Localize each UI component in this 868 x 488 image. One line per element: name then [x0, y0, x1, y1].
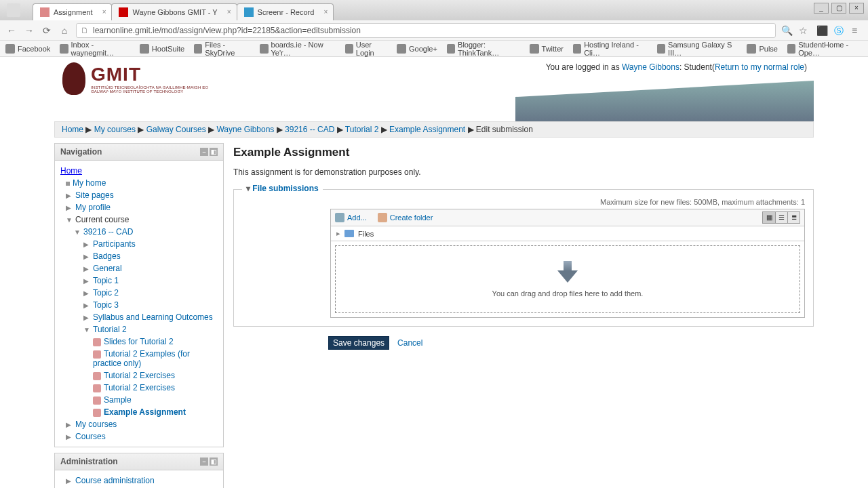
nav-tree-item[interactable]: Tutorial 2 Examples (for practice only) — [60, 348, 218, 369]
expand-icon[interactable]: ▶ — [83, 314, 90, 321]
nav-tree-item[interactable]: Example Assignment — [60, 406, 218, 418]
user-link[interactable]: Wayne Gibbons — [622, 62, 679, 72]
nav-tree-item[interactable]: My home — [60, 177, 218, 189]
nav-tree-item[interactable]: Tutorial 2 Exercises — [60, 369, 218, 382]
add-file-button[interactable]: Add... — [335, 213, 367, 222]
browser-tab-screenr[interactable]: Screenr - Record × — [237, 3, 334, 20]
forward-button[interactable]: → — [23, 24, 35, 37]
browser-tab-youtube[interactable]: Wayne Gibbons GMIT - Y × — [111, 3, 237, 20]
bookmark-item[interactable]: StudentHome - Ope… — [787, 41, 863, 57]
logo-text: GMIT — [91, 64, 208, 85]
collapse-icon[interactable]: – — [200, 148, 208, 156]
view-tree-button[interactable]: ≣ — [787, 212, 800, 223]
file-drop-zone[interactable]: You can drag and drop files here to add … — [335, 245, 800, 313]
nav-tree-item[interactable]: ▶Topic 2 — [60, 287, 218, 299]
profile-avatar-icon[interactable] — [7, 3, 20, 17]
view-icons-button[interactable]: ▦ — [763, 212, 775, 223]
breadcrumb-link[interactable]: My courses — [94, 125, 136, 134]
breadcrumb-link[interactable]: Galway Courses — [146, 125, 206, 134]
nav-tree-item[interactable]: ▶Topic 1 — [60, 274, 218, 287]
expand-icon[interactable]: ▶ — [66, 477, 73, 485]
bookmark-item[interactable]: Pulse — [747, 44, 778, 54]
expand-icon[interactable]: ▶ — [83, 289, 90, 297]
breadcrumb-link[interactable]: 39216 -- CAD — [285, 125, 334, 134]
expand-icon[interactable]: ▶ — [83, 277, 90, 285]
window-maximize-button[interactable]: ▢ — [831, 3, 846, 14]
fieldset-legend[interactable]: File submissions — [242, 184, 323, 193]
nav-tree-item[interactable]: ▶General — [60, 262, 218, 274]
bookmark-item[interactable]: Samsung Galaxy S III… — [657, 41, 738, 57]
nav-tree-item[interactable]: ▶Badges — [60, 250, 218, 262]
back-button[interactable]: ← — [5, 24, 18, 37]
bookmark-item[interactable]: boards.ie - Now Ye'r… — [260, 41, 335, 57]
nav-tree-item[interactable]: ▶Courses — [60, 430, 218, 443]
expand-icon[interactable]: ▼ — [83, 326, 90, 333]
reload-button[interactable]: ⟳ — [41, 24, 53, 37]
bookmark-item[interactable]: Files - SkyDrive — [194, 41, 250, 57]
window-minimize-button[interactable]: _ — [814, 3, 829, 14]
gmit-logo[interactable]: GMIT INSTITIÚID TEICNEOLAÍOCHTA NA GAILL… — [62, 62, 208, 95]
nav-tree-item[interactable]: ▶Syllabus and Learning Outcomes — [60, 311, 218, 323]
bookmark-item[interactable]: Inbox - waynegmit… — [60, 41, 130, 57]
expand-icon[interactable]: ▶ — [66, 192, 73, 199]
home-button[interactable]: ⌂ — [58, 24, 71, 37]
url-input[interactable]: 🗋 learnonline.gmit.ie/mod/assign/view.ph… — [76, 23, 776, 38]
bookmarks-bar: FacebookInbox - waynegmit…HootSuiteFiles… — [0, 41, 868, 57]
nav-tree-item[interactable]: ▶My courses — [60, 418, 218, 430]
expand-icon[interactable]: ▶ — [66, 204, 73, 211]
menu-icon[interactable]: ≡ — [852, 25, 863, 36]
bookmark-item[interactable]: Hosting Ireland - Cli… — [573, 41, 648, 57]
nav-tree-item[interactable]: Sample — [60, 394, 218, 406]
star-icon[interactable]: ☆ — [799, 25, 810, 36]
extension-icon[interactable]: ⬛ — [816, 25, 827, 36]
expand-icon[interactable]: ▶ — [83, 265, 90, 272]
breadcrumb-link[interactable]: Tutorial 2 — [345, 125, 379, 134]
file-path-bar[interactable]: ▸ Files — [331, 226, 804, 241]
breadcrumb-link[interactable]: Home — [62, 125, 83, 134]
nav-tree-item[interactable]: Tutorial 2 Exercises — [60, 382, 218, 394]
nav-home-link[interactable]: Home — [60, 166, 82, 176]
expand-icon[interactable]: ▶ — [66, 421, 73, 428]
expand-icon[interactable]: ▶ — [83, 241, 90, 248]
return-role-link[interactable]: Return to my normal role — [715, 62, 804, 72]
breadcrumb-link[interactable]: Example Assignment — [389, 125, 465, 134]
window-close-button[interactable]: × — [849, 3, 864, 14]
save-button[interactable]: Save changes — [328, 336, 389, 350]
view-list-button[interactable]: ☰ — [775, 212, 787, 223]
nav-tree-item[interactable]: ▶My profile — [60, 201, 218, 214]
skype-icon[interactable]: Ⓢ — [834, 25, 845, 36]
expand-icon[interactable]: ▼ — [74, 228, 81, 236]
close-icon[interactable]: × — [324, 8, 328, 16]
expand-icon[interactable]: ▼ — [66, 216, 73, 224]
expand-icon[interactable]: ▶ — [83, 253, 90, 260]
close-icon[interactable]: × — [227, 8, 231, 16]
dock-icon[interactable]: ◧ — [210, 458, 218, 466]
bookmark-item[interactable]: Google+ — [397, 44, 437, 54]
nav-tree-item[interactable]: ▶Site pages — [60, 189, 218, 201]
nav-tree-item[interactable]: Slides for Tutorial 2 — [60, 336, 218, 348]
bookmark-item[interactable]: HootSuite — [140, 44, 184, 54]
expand-icon[interactable]: ▶ — [83, 302, 90, 309]
cancel-button[interactable]: Cancel — [397, 338, 422, 348]
nav-tree-item[interactable]: ▶Participants — [60, 238, 218, 250]
nav-tree-item[interactable]: ▼Current course — [60, 214, 218, 226]
nav-tree-item[interactable]: ▶Topic 3 — [60, 299, 218, 311]
file-submissions-fieldset: File submissions Maximum size for new fi… — [233, 189, 814, 327]
nav-tree-item[interactable]: ▼39216 -- CAD — [60, 226, 218, 238]
breadcrumb-link[interactable]: Wayne Gibbons — [216, 125, 274, 134]
bookmark-item[interactable]: User Login — [345, 41, 387, 57]
bookmark-item[interactable]: Facebook — [5, 44, 50, 54]
close-icon[interactable]: × — [102, 8, 106, 16]
create-folder-button[interactable]: Create folder — [378, 213, 433, 222]
admin-tree-item[interactable]: ▶Course administration — [60, 474, 218, 487]
nav-tree-item[interactable]: ▼Tutorial 2 — [60, 323, 218, 336]
search-icon[interactable]: 🔍 — [781, 25, 792, 36]
expand-icon[interactable]: ▶ — [66, 433, 73, 441]
bookmark-favicon-icon — [345, 44, 353, 54]
bookmark-item[interactable]: Twitter — [530, 44, 564, 54]
navigation-block: Navigation – ◧ Home My home▶Site pages▶M… — [54, 143, 224, 447]
dock-icon[interactable]: ◧ — [210, 148, 218, 156]
bookmark-item[interactable]: Blogger: ThinkTank… — [447, 41, 520, 57]
collapse-icon[interactable]: – — [200, 458, 208, 466]
browser-tab-assignment[interactable]: Assignment × — [33, 3, 112, 20]
